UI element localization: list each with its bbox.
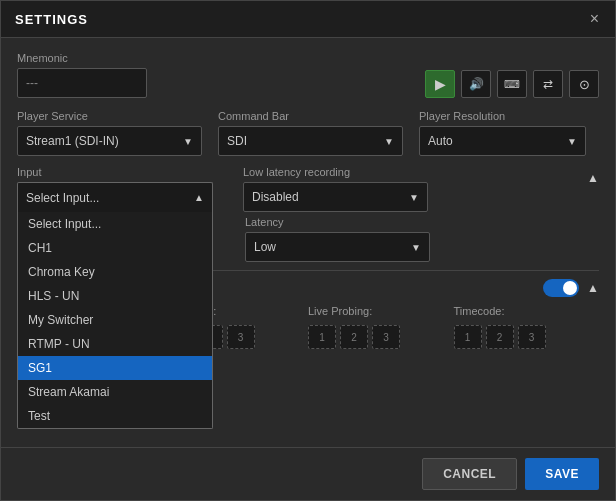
command-bar-group: Command Bar SDI ▼: [218, 110, 403, 156]
title-bar: SETTINGS ×: [1, 1, 615, 38]
input-option-test[interactable]: Test: [18, 404, 212, 428]
low-latency-group: Low latency recording Disabled ▼: [243, 166, 428, 212]
latency-arrow: ▼: [411, 242, 421, 253]
command-bar-select[interactable]: SDI ▼: [218, 126, 403, 156]
command-bar-value: SDI: [227, 134, 247, 148]
input-option-sg1[interactable]: SG1: [18, 356, 212, 380]
link-icon: ⇄: [543, 77, 553, 91]
mnemonic-row: Mnemonic --- ▶ 🔊 ⌨ ⇄ ⊙: [17, 52, 599, 98]
play-circle-icon-btn[interactable]: ⊙: [569, 70, 599, 98]
mnemonic-group: Mnemonic ---: [17, 52, 147, 98]
player-service-label: Player Service: [17, 110, 202, 122]
audio-icon: 🔊: [469, 77, 484, 91]
overlays-right: ▲: [543, 279, 599, 297]
live-probing-col-label: Live Probing:: [308, 305, 454, 317]
player-resolution-select[interactable]: Auto ▼: [419, 126, 586, 156]
input-dropdown-list: Select Input... CH1 Chroma Key HLS - UN …: [17, 212, 213, 429]
latency-group: Latency Low ▼: [245, 216, 599, 262]
input-option-select[interactable]: Select Input...: [18, 212, 212, 236]
input-option-stream-akamai[interactable]: Stream Akamai: [18, 380, 212, 404]
dialog-footer: CANCEL SAVE: [1, 447, 615, 500]
keyboard-icon: ⌨: [504, 78, 520, 91]
overlays-collapse-btn[interactable]: ▲: [587, 281, 599, 295]
low-latency-label: Low latency recording: [243, 166, 428, 178]
live-probing-col: Live Probing: 1 2 3: [308, 305, 454, 349]
low-latency-arrow: ▼: [409, 192, 419, 203]
input-select[interactable]: Select Input... ▲: [17, 182, 213, 212]
video-icon: ▶: [435, 76, 446, 92]
input-value: Select Input...: [26, 191, 99, 205]
timecode-col: Timecode: 1 2 3: [454, 305, 600, 349]
timecode-boxes: 1 2 3: [454, 325, 600, 349]
low-latency-select[interactable]: Disabled ▼: [243, 182, 428, 212]
overlays-toggle[interactable]: [543, 279, 579, 297]
service-row: Player Service Stream1 (SDI-IN) ▼ Comman…: [17, 110, 599, 156]
latency-select[interactable]: Low ▼: [245, 232, 430, 262]
mnemonic-box-3[interactable]: 3: [227, 325, 255, 349]
video-icon-btn[interactable]: ▶: [425, 70, 455, 98]
link-icon-btn[interactable]: ⇄: [533, 70, 563, 98]
settings-dialog: SETTINGS × Mnemonic --- ▶ 🔊 ⌨: [0, 0, 616, 501]
input-label: Input: [17, 166, 213, 178]
keyboard-icon-btn[interactable]: ⌨: [497, 70, 527, 98]
mnemonic-input[interactable]: ---: [17, 68, 147, 98]
input-option-hls-un[interactable]: HLS - UN: [18, 284, 212, 308]
close-button[interactable]: ×: [588, 11, 601, 27]
command-bar-arrow: ▼: [384, 136, 394, 147]
timecode-box-2[interactable]: 2: [486, 325, 514, 349]
mnemonic-label: Mnemonic: [17, 52, 147, 64]
live-probing-box-2[interactable]: 2: [340, 325, 368, 349]
player-resolution-value: Auto: [428, 134, 453, 148]
dialog-content: Mnemonic --- ▶ 🔊 ⌨ ⇄ ⊙: [1, 38, 615, 447]
player-service-arrow: ▼: [183, 136, 193, 147]
timecode-box-1[interactable]: 1: [454, 325, 482, 349]
live-probing-box-1[interactable]: 1: [308, 325, 336, 349]
player-resolution-arrow: ▼: [567, 136, 577, 147]
latency-value: Low: [254, 240, 276, 254]
player-resolution-label: Player Resolution: [419, 110, 586, 122]
latency-row: Latency Low ▼: [245, 216, 599, 262]
low-latency-value: Disabled: [252, 190, 299, 204]
player-service-group: Player Service Stream1 (SDI-IN) ▼: [17, 110, 202, 156]
toggle-knob: [563, 281, 577, 295]
live-probing-boxes: 1 2 3: [308, 325, 454, 349]
input-option-rtmp-un[interactable]: RTMP - UN: [18, 332, 212, 356]
input-option-chroma-key[interactable]: Chroma Key: [18, 260, 212, 284]
cancel-button[interactable]: CANCEL: [422, 458, 517, 490]
input-group: Input Select Input... ▲ Select Input... …: [17, 166, 213, 212]
timecode-col-label: Timecode:: [454, 305, 600, 317]
input-row: Input Select Input... ▲ Select Input... …: [17, 166, 599, 212]
icon-bar: ▶ 🔊 ⌨ ⇄ ⊙: [425, 70, 599, 98]
player-service-value: Stream1 (SDI-IN): [26, 134, 119, 148]
audio-icon-btn[interactable]: 🔊: [461, 70, 491, 98]
save-button[interactable]: SAVE: [525, 458, 599, 490]
input-arrow: ▲: [194, 192, 204, 203]
play-circle-icon: ⊙: [579, 77, 590, 92]
live-probing-box-3[interactable]: 3: [372, 325, 400, 349]
input-option-my-switcher[interactable]: My Switcher: [18, 308, 212, 332]
player-service-select[interactable]: Stream1 (SDI-IN) ▼: [17, 126, 202, 156]
dialog-title: SETTINGS: [15, 12, 88, 27]
latency-label: Latency: [245, 216, 599, 228]
input-option-ch1[interactable]: CH1: [18, 236, 212, 260]
panel-collapse-btn[interactable]: ▲: [587, 171, 599, 185]
player-resolution-group: Player Resolution Auto ▼: [419, 110, 586, 156]
command-bar-label: Command Bar: [218, 110, 403, 122]
timecode-box-3[interactable]: 3: [518, 325, 546, 349]
